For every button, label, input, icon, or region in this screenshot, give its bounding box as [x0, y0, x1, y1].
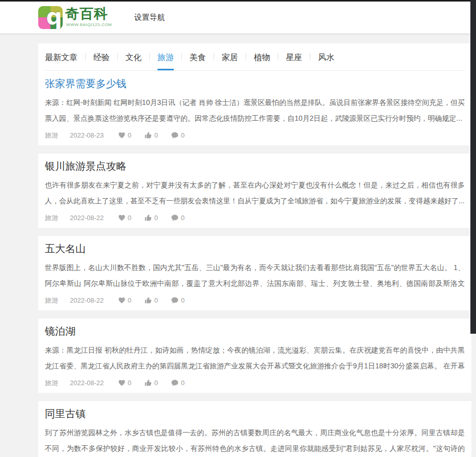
article-card: 同里古镇 到了苏州游览园林之外，水乡古镇也是值得一去的。苏州的古镇要数周庄的名气… [38, 400, 471, 457]
heart-icon [118, 297, 126, 304]
article-excerpt: 也许有很多朋友在来宁夏之前，对宁夏并没有太多的了解，甚至在内心深处对宁夏也没有什… [45, 177, 465, 209]
article-meta: 旅游 2022-08-22 0 0 0 [45, 379, 465, 387]
tab-travel-active[interactable]: 旅游 [142, 43, 174, 70]
heart-icon [118, 214, 126, 222]
content-area: 最新文章 经验 文化 旅游 美食 家居 植物 星座 风水 张家界需要多少钱 来源… [38, 43, 471, 457]
thumbs-up-counter[interactable]: 0 [144, 379, 158, 387]
article-card: 镜泊湖 来源：黑龙江日报 初秋的牡丹江，如诗如画，热情绽放；今夜的镜泊湖，流光溢… [38, 318, 471, 393]
article-item: 同里古镇 到了苏州游览园林之外，水乡古镇也是值得一去的。苏州的古镇要数周庄的名气… [45, 401, 465, 457]
comment-counter[interactable]: 0 [171, 214, 184, 222]
article-excerpt: 来源：黑龙江日报 初秋的牡丹江，如诗如画，热情绽放；今夜的镜泊湖，流光溢彩、宾朋… [45, 342, 465, 374]
thumbs-up-icon [144, 297, 152, 304]
tabs-and-first-article-card: 最新文章 经验 文化 旅游 美食 家居 植物 星座 风水 张家界需要多少钱 来源… [38, 43, 471, 145]
setting-nav-link[interactable]: 设置导航 [135, 13, 165, 22]
category-link[interactable]: 旅游 [45, 296, 58, 305]
article-title[interactable]: 同里古镇 [45, 408, 465, 420]
article-item: 五大名山 世界版图上，名山大川数不胜数，国内尤其"五岳、三山"最为有名，而今天就… [45, 236, 465, 310]
article-item: 银川旅游景点攻略 也许有很多朋友在来宁夏之前，对宁夏并没有太多的了解，甚至在内心… [45, 153, 465, 228]
like-counter[interactable]: 0 [118, 297, 131, 304]
tab-plants[interactable]: 植物 [238, 43, 270, 70]
article-excerpt: 世界版图上，名山大川数不胜数，国内尤其"五岳、三山"最为有名，而今天就让我们去看… [45, 260, 465, 291]
tab-experience[interactable]: 经验 [77, 43, 110, 70]
site-title: 奇百科 [65, 6, 112, 21]
comment-icon [171, 297, 179, 304]
tab-constellation[interactable]: 星座 [270, 43, 302, 70]
tab-home[interactable]: 家居 [206, 43, 238, 70]
like-counter[interactable]: 0 [118, 131, 131, 139]
tab-food[interactable]: 美食 [174, 43, 206, 70]
heart-icon [118, 379, 126, 387]
comment-icon [171, 131, 179, 139]
article-excerpt: 来源：红网-时刻新闻 红网时刻10月3日讯（记者 肖帅 徐士洁）逛景区最怕的当然… [45, 95, 465, 126]
site-url: WWW.BAIQI123.COM [65, 22, 112, 27]
tab-fengshui[interactable]: 风水 [302, 43, 334, 70]
category-link[interactable]: 旅游 [45, 131, 58, 140]
logo-q-icon: q [38, 6, 63, 29]
article-date: 2022-08-22 [70, 379, 104, 387]
article-date: 2022-08-22 [70, 214, 104, 222]
tab-latest[interactable]: 最新文章 [45, 43, 77, 70]
category-link[interactable]: 旅游 [45, 213, 58, 223]
article-item: 张家界需要多少钱 来源：红网-时刻新闻 红网时刻10月3日讯（记者 肖帅 徐士洁… [45, 71, 465, 145]
article-date: 2022-08-23 [70, 131, 104, 139]
thumbs-up-icon [144, 379, 152, 387]
article-meta: 旅游 2022-08-23 0 0 0 [45, 131, 465, 140]
article-card: 五大名山 世界版图上，名山大川数不胜数，国内尤其"五岳、三山"最为有名，而今天就… [38, 235, 471, 310]
thumbs-up-counter[interactable]: 0 [144, 297, 158, 304]
article-title[interactable]: 张家界需要多少钱 [45, 77, 465, 90]
comment-counter[interactable]: 0 [171, 297, 184, 304]
category-link[interactable]: 旅游 [45, 379, 58, 388]
heart-icon [118, 131, 126, 139]
thumbs-up-icon [144, 131, 152, 139]
comment-icon [171, 379, 179, 387]
comment-counter[interactable]: 0 [171, 379, 184, 387]
right-edge-dark-strip [470, 0, 476, 334]
article-title[interactable]: 银川旅游景点攻略 [45, 160, 465, 172]
site-header: q 奇百科 WWW.BAIQI123.COM 设置导航 [0, 2, 476, 34]
comment-counter[interactable]: 0 [171, 131, 184, 139]
category-tab-bar: 最新文章 经验 文化 旅游 美食 家居 植物 星座 风水 [45, 43, 465, 71]
article-item: 镜泊湖 来源：黑龙江日报 初秋的牡丹江，如诗如画，热情绽放；今夜的镜泊湖，流光溢… [45, 318, 465, 393]
article-meta: 旅游 2022-08-22 0 0 0 [45, 296, 465, 305]
article-meta: 旅游 2022-08-22 0 0 0 [45, 213, 465, 222]
article-title[interactable]: 五大名山 [45, 243, 465, 255]
like-counter[interactable]: 0 [118, 214, 131, 222]
like-counter[interactable]: 0 [118, 379, 131, 387]
thumbs-up-counter[interactable]: 0 [144, 131, 158, 139]
comment-icon [171, 214, 179, 222]
tab-culture[interactable]: 文化 [110, 43, 142, 70]
article-date: 2022-08-22 [70, 297, 104, 304]
top-dark-line [0, 0, 476, 2]
article-title[interactable]: 镜泊湖 [45, 325, 465, 337]
thumbs-up-counter[interactable]: 0 [144, 214, 158, 222]
thumbs-up-icon [144, 214, 152, 222]
site-logo[interactable]: q 奇百科 WWW.BAIQI123.COM [38, 6, 112, 29]
article-excerpt: 到了苏州游览园林之外，水乡古镇也是值得一去的。苏州的古镇要数周庄的名气最大，周庄… [45, 425, 465, 456]
article-card: 银川旅游景点攻略 也许有很多朋友在来宁夏之前，对宁夏并没有太多的了解，甚至在内心… [38, 153, 471, 228]
